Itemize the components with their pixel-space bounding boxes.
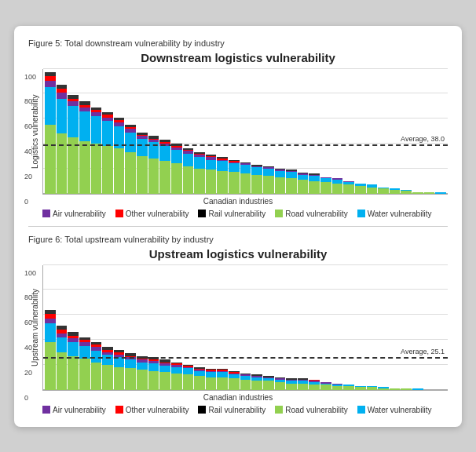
bar-group — [435, 69, 446, 194]
road-segment — [275, 382, 286, 390]
bar-group — [159, 265, 170, 390]
road-segment — [171, 163, 182, 193]
water-segment — [217, 161, 228, 171]
bar-group — [401, 265, 412, 390]
bar-group — [68, 265, 79, 390]
legend-label: Water vulnerability — [368, 210, 432, 218]
bar-group — [412, 265, 423, 390]
water-segment — [148, 363, 159, 371]
road-segment — [332, 386, 343, 390]
road-segment — [298, 384, 309, 390]
bar-group — [137, 69, 148, 194]
legend-swatch — [115, 210, 123, 217]
bar-group — [240, 69, 251, 194]
road-segment — [79, 359, 90, 390]
road-segment — [194, 376, 205, 389]
bar-group — [263, 69, 274, 194]
bar-group — [320, 69, 331, 194]
water-segment — [435, 192, 446, 194]
bar-group — [183, 265, 194, 390]
water-segment — [183, 368, 194, 374]
figure6-legend: Air vulnerabilityOther vulnerabilityRail… — [42, 406, 448, 414]
bar-group — [309, 69, 320, 194]
bar-group — [125, 265, 136, 390]
water-segment — [125, 133, 136, 152]
figure5-x-axis: Canadian industries — [28, 197, 448, 206]
road-segment — [390, 190, 401, 194]
road-segment — [57, 133, 68, 193]
bar-group — [343, 265, 354, 390]
legend-label: Air vulnerability — [53, 210, 106, 218]
legend-item: Road vulnerability — [275, 406, 348, 414]
road-segment — [378, 388, 389, 390]
bar-group — [102, 265, 113, 390]
water-segment — [286, 172, 297, 178]
road-segment — [171, 374, 182, 390]
legend-item: Road vulnerability — [275, 210, 348, 218]
y-tick-label: 0 — [24, 394, 28, 402]
water-segment — [229, 163, 240, 172]
figure6-container: Figure 6: Total upstream vulnerability b… — [28, 235, 448, 414]
road-segment — [343, 184, 354, 193]
bar-group — [343, 69, 354, 194]
bar-group — [332, 69, 343, 194]
road-segment — [148, 371, 159, 390]
road-segment — [183, 166, 194, 194]
bar-group — [240, 265, 251, 390]
bar-group — [229, 69, 240, 194]
bar-group — [206, 265, 217, 390]
legend-item: Rail vulnerability — [198, 210, 265, 218]
bar-group — [320, 265, 331, 390]
y-tick-label: 100 — [24, 73, 36, 81]
road-segment — [137, 370, 148, 389]
figure6-label: Figure 6: Total upstream vulnerability b… — [28, 235, 448, 244]
bar-group — [251, 69, 262, 194]
bar-group — [424, 69, 435, 194]
road-segment — [355, 186, 366, 194]
figure6-title: Upstream logistics vulnerability — [28, 247, 448, 261]
road-segment — [240, 380, 251, 390]
water-segment — [183, 154, 194, 166]
bar-group — [286, 265, 297, 390]
bar-group — [309, 265, 320, 390]
road-segment — [286, 384, 297, 390]
figure6-chart-area: Upstream vulnerability 020406080100Avera… — [28, 265, 448, 391]
legend-item: Rail vulnerability — [198, 406, 265, 414]
legend-swatch — [42, 210, 50, 217]
water-segment — [159, 366, 170, 372]
main-card: Figure 5: Total downstream vulnerability… — [14, 26, 462, 427]
air-segment — [57, 93, 68, 99]
water-segment — [251, 167, 262, 175]
road-segment — [263, 176, 274, 193]
water-segment — [275, 171, 286, 177]
legend-swatch — [42, 406, 50, 414]
road-segment — [194, 169, 205, 194]
bar-group — [275, 265, 286, 390]
road-segment — [309, 385, 320, 389]
y-tick-label: 0 — [24, 198, 28, 206]
road-segment — [114, 367, 125, 390]
bar-group — [378, 265, 389, 390]
water-segment — [45, 87, 56, 125]
road-segment — [424, 192, 435, 194]
road-segment — [45, 125, 56, 193]
bar-group — [229, 265, 240, 390]
average-label: Average, 38.0 — [401, 135, 445, 143]
water-segment — [45, 323, 56, 342]
figure6-x-axis: Canadian industries — [28, 393, 448, 402]
water-segment — [171, 367, 182, 374]
legend-swatch — [357, 210, 365, 217]
bar-group — [412, 69, 423, 194]
road-segment — [68, 356, 79, 390]
water-segment — [137, 363, 148, 370]
average-label: Average, 25.1 — [401, 348, 445, 355]
legend-swatch — [275, 210, 283, 217]
bar-group — [390, 265, 401, 390]
road-segment — [45, 342, 56, 389]
bar-group — [137, 265, 148, 390]
legend-label: Rail vulnerability — [208, 210, 265, 218]
bars-container — [43, 265, 448, 390]
y-tick-label: 40 — [24, 344, 32, 352]
road-segment — [251, 175, 262, 194]
bar-group — [298, 69, 309, 194]
